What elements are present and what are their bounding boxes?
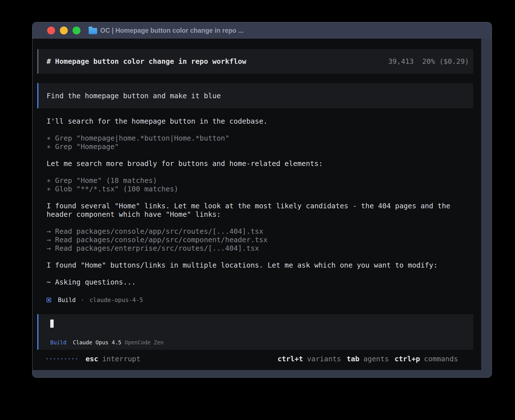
folder-icon bbox=[89, 28, 97, 34]
traffic-lights bbox=[47, 27, 80, 34]
assistant-text: I found "Home" buttons/links in multiple… bbox=[47, 261, 473, 270]
minimize-button[interactable] bbox=[60, 27, 68, 34]
interrupt-label: interrupt bbox=[102, 355, 140, 363]
terminal-window: OC | Homepage button color change in rep… bbox=[32, 22, 492, 378]
window-title: OC | Homepage button color change in rep… bbox=[100, 27, 243, 34]
agent-name: Build bbox=[58, 297, 76, 303]
user-message: Find the homepage button and make it blu… bbox=[37, 83, 473, 108]
tool-call-read: → Read packages/console/app/src/routes/[… bbox=[47, 227, 473, 236]
status-bar-left: esc interrupt bbox=[47, 355, 141, 363]
build-agent-icon bbox=[47, 298, 51, 302]
assistant-text: I found several "Home" links. Let me loo… bbox=[47, 202, 473, 210]
shortcut-commands: ctrl+p commands bbox=[394, 355, 458, 363]
shortcut-agents: tab agents bbox=[347, 355, 389, 363]
text-cursor bbox=[50, 320, 54, 328]
status-bar-right: ctrl+t variants tab agents ctrl+p comman… bbox=[278, 355, 458, 363]
status-bar: esc interrupt ctrl+t variants tab agents… bbox=[47, 355, 458, 363]
composer-meta: Build Claude Opus 4.5 OpenCode Zen bbox=[50, 339, 473, 345]
assistant-text: Let me search more broadly for buttons a… bbox=[47, 159, 473, 168]
user-message-text: Find the homepage button and make it blu… bbox=[47, 92, 221, 100]
token-usage-stats: 39,413 20% ($0.29) bbox=[388, 57, 469, 65]
separator-dot: · bbox=[81, 297, 84, 303]
session-header: # Homepage button color change in repo w… bbox=[37, 49, 473, 74]
assistant-status-text: ~ Asking questions... bbox=[47, 278, 473, 286]
composer-agent-label[interactable]: Build bbox=[50, 339, 66, 345]
tool-call-grep: ∗ Grep "Home" (18 matches) bbox=[47, 176, 473, 185]
tool-call-read: → Read packages/console/app/src/componen… bbox=[47, 236, 473, 244]
composer-input[interactable]: Build Claude Opus 4.5 OpenCode Zen bbox=[37, 314, 473, 350]
composer-model-label: Claude Opus 4.5 bbox=[73, 339, 121, 345]
session-view: # Homepage button color change in repo w… bbox=[32, 39, 481, 370]
agent-model: claude-opus-4-5 bbox=[90, 297, 143, 303]
tool-call-read: → Read packages/enterprise/src/routes/[.… bbox=[47, 244, 473, 253]
close-button[interactable] bbox=[47, 27, 55, 34]
agent-status-line: Build · claude-opus-4-5 bbox=[47, 296, 481, 304]
assistant-text: I'll search for the homepage button in t… bbox=[47, 117, 473, 126]
tool-call-grep: ∗ Grep "Homepage" bbox=[47, 143, 473, 151]
session-title: # Homepage button color change in repo w… bbox=[47, 57, 246, 65]
assistant-transcript: I'll search for the homepage button in t… bbox=[47, 117, 473, 286]
window-titlebar[interactable]: OC | Homepage button color change in rep… bbox=[32, 22, 492, 39]
composer-provider-label: OpenCode Zen bbox=[125, 339, 163, 345]
shortcut-variants: ctrl+t variants bbox=[278, 355, 341, 363]
window-footer-bar bbox=[32, 370, 492, 377]
screen: OC | Homepage button color change in rep… bbox=[0, 0, 515, 420]
assistant-text: header component which have "Home" links… bbox=[47, 210, 473, 219]
tool-call-glob: ∗ Glob "**/*.tsx" (100 matches) bbox=[47, 185, 473, 193]
interrupt-key: esc bbox=[86, 355, 98, 363]
tool-call-grep: ∗ Grep "homepage|home.*button|Home.*butt… bbox=[47, 134, 473, 143]
spinner-dots bbox=[47, 358, 77, 359]
zoom-button[interactable] bbox=[73, 27, 80, 34]
scrollbar-track[interactable] bbox=[481, 39, 492, 370]
